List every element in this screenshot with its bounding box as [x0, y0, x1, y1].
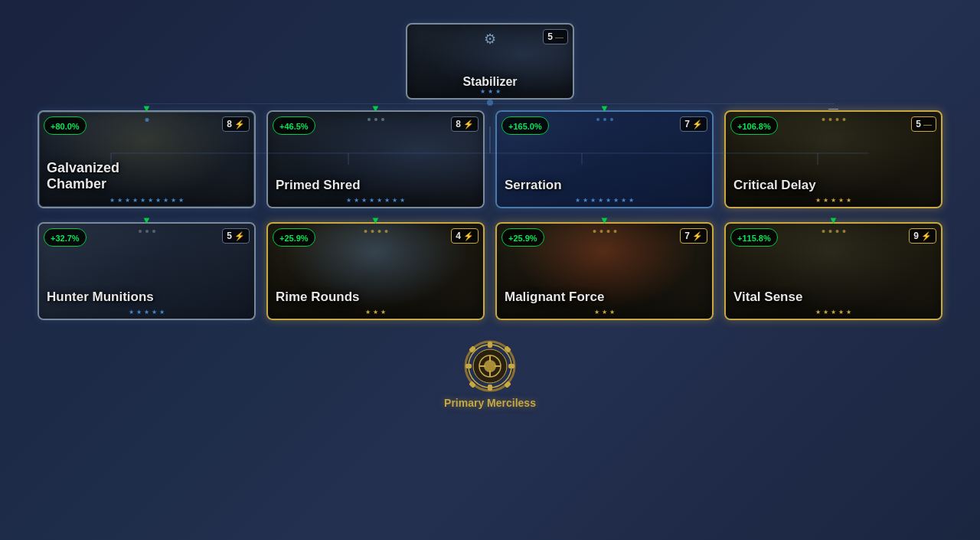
boost-primed-shred: +46.5%	[273, 116, 315, 135]
mod-name-serration: Serration	[505, 178, 704, 193]
mod-card-galvanized-chamber[interactable]: +80.0% 8 ⚡ GalvanizedChamber ★★★★★★★★★★	[38, 110, 256, 208]
mod-name-malignant: Malignant Force	[505, 290, 704, 305]
mod-name-stabilizer: Stabilizer	[407, 75, 573, 89]
rank-primed-shred: 8 ⚡	[451, 116, 479, 132]
rank-critical-delay: 5 —	[911, 116, 936, 132]
arrow-critical-delay: —	[828, 103, 838, 114]
mod-name-galvanized: GalvanizedChamber	[47, 160, 247, 193]
svg-rect-13	[466, 364, 472, 368]
mod-name-primed-shred: Primed Shred	[276, 178, 475, 193]
boost-serration: +165.0%	[501, 116, 549, 135]
stars-primed-shred: ★★★★★★★★	[268, 197, 483, 204]
merciless-icon	[462, 339, 518, 394]
boost-critical-delay: +106.8%	[730, 116, 778, 135]
stars-vital: ★★★★★	[726, 309, 941, 316]
boost-galvanized: +80.0%	[44, 116, 87, 135]
boost-rime: +25.9%	[273, 228, 315, 247]
mod-card-serration[interactable]: +165.0% 7 ⚡ Serration ★★★★★★★★	[495, 110, 714, 208]
svg-point-10	[484, 360, 496, 372]
mod-name-critical-delay: Critical Delay	[733, 178, 933, 193]
arrow-primed-shred: ▼	[371, 103, 381, 114]
rank-badge-stabilizer: 5 —	[543, 29, 568, 44]
arrow-vital: ▼	[828, 214, 838, 226]
rank-hunter: 5 ⚡	[222, 228, 250, 244]
rank-vital: 9 ⚡	[909, 228, 936, 244]
arrow-serration: ▼	[599, 103, 609, 114]
stars-critical-delay: ★★★★★	[726, 197, 941, 204]
stars-galvanized: ★★★★★★★★★★	[39, 197, 254, 204]
svg-rect-11	[488, 342, 492, 348]
stars-malignant: ★★★	[497, 309, 712, 316]
arrow-hunter: ▼	[142, 214, 152, 226]
mod-name-hunter: Hunter Munitions	[47, 290, 247, 305]
mod-card-vital-sense[interactable]: +115.8% 9 ⚡ Vital Sense ★★★★★	[724, 222, 942, 320]
mod-name-vital: Vital Sense	[733, 290, 933, 305]
rank-galvanized: 8 ⚡	[222, 116, 250, 132]
arrow-galvanized: ▼	[142, 103, 152, 114]
stars-hunter: ★★★★★	[39, 309, 254, 316]
stabilizer-icon: ⚙	[484, 31, 496, 47]
svg-rect-12	[488, 385, 492, 391]
boost-malignant: +25.9%	[501, 228, 544, 247]
stars-rime: ★★★	[268, 309, 483, 316]
mod-card-malignant-force[interactable]: +25.9% 7 ⚡ Malignant Force ★★★	[495, 222, 714, 320]
arrow-malignant: ▼	[599, 214, 609, 226]
mod-card-primed-shred[interactable]: +46.5% 8 ⚡ Primed Shred ★★★★★★★★	[266, 110, 485, 208]
mod-name-rime: Rime Rounds	[276, 290, 475, 305]
rank-malignant: 7 ⚡	[680, 228, 707, 244]
boost-hunter: +32.7%	[44, 228, 87, 247]
rank-rime: 4 ⚡	[451, 228, 479, 244]
mod-card-critical-delay[interactable]: +106.8% 5 — Critical Delay ★★★★★	[724, 110, 942, 208]
svg-rect-14	[508, 364, 514, 368]
merciless-label: Primary Merciless	[444, 397, 536, 409]
rank-serration: 7 ⚡	[680, 116, 707, 132]
mod-card-hunter-munitions[interactable]: +32.7% 5 ⚡ Hunter Munitions ★★★★★	[38, 222, 256, 320]
stars-stabilizer: ★ ★ ★	[407, 88, 573, 95]
boost-vital: +115.8%	[730, 228, 778, 247]
mod-card-rime-rounds[interactable]: +25.9% 4 ⚡ Rime Rounds ★★★	[266, 222, 485, 320]
stars-serration: ★★★★★★★★	[497, 197, 712, 204]
arrow-rime: ▼	[371, 214, 381, 226]
mod-card-stabilizer[interactable]: ⚙ 5 — Stabilizer ★ ★ ★	[406, 23, 574, 100]
